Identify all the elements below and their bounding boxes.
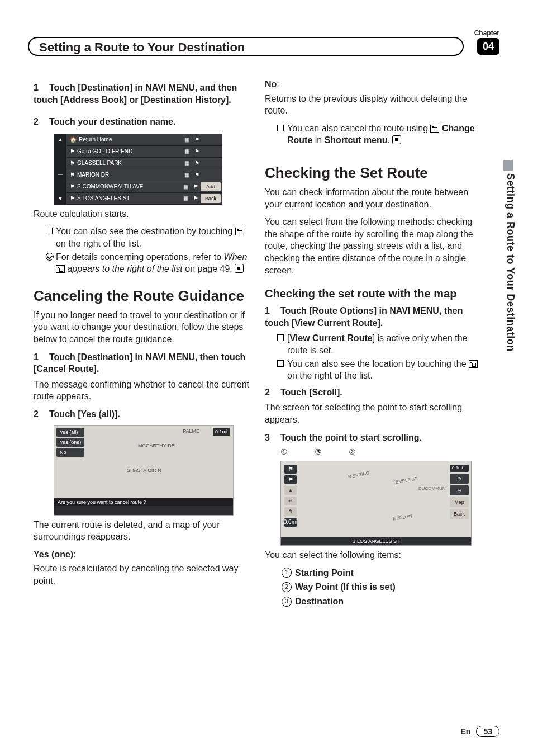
select-items-text: You can select the following items:	[265, 549, 480, 561]
square-bullet-icon	[277, 360, 284, 367]
destination-icon[interactable]: ▲	[284, 486, 297, 495]
cancel-prompt: Are you sure you want to cancel route ?	[54, 498, 233, 506]
map-step-1: 1Touch [Route Options] in NAVI MENU, the…	[265, 305, 480, 329]
page-footer: En 53	[461, 726, 499, 737]
list-item[interactable]: MARION DR	[77, 171, 109, 179]
step-2-text: Touch your destination name.	[49, 117, 175, 126]
list-detail-icon	[56, 265, 65, 273]
current-street: S LOS ANGELES ST	[281, 537, 471, 545]
distance-label: 0.0mi	[284, 518, 297, 527]
scroll-up-icon[interactable]: ▲	[54, 134, 66, 145]
list-item[interactable]: GLASSELL PARK	[77, 159, 122, 167]
list-item[interactable]: S LOS ANGELES ST	[77, 195, 130, 202]
step-1-heading: 1Touch [Destination] in NAVI MENU, and t…	[34, 82, 249, 106]
step-2-heading: 2Touch your destination name.	[34, 116, 249, 128]
cancel-step-2: 2Touch [Yes (all)].	[34, 408, 249, 420]
back-button[interactable]: Back	[450, 509, 469, 519]
map-button[interactable]: Map	[450, 497, 469, 507]
language-label: En	[461, 727, 471, 736]
zoom-out-button[interactable]: ⊖	[450, 485, 469, 495]
cancel-after-text: The current route is deleted, and a map …	[34, 519, 249, 543]
yes-one-button[interactable]: Yes (one)	[56, 438, 84, 447]
turn-icon[interactable]: ↰	[284, 507, 297, 516]
list-detail-icon	[469, 360, 478, 368]
cancel-route-screenshot: Yes (all) Yes (one) No PALME MCCARTHY DR…	[54, 425, 234, 516]
enum-item-2: 2Way Point (If this is set)	[282, 581, 480, 593]
zoom-in-button[interactable]: ⊕	[450, 474, 469, 484]
left-column: 1Touch [Destination] in NAVI MENU, and t…	[34, 78, 249, 608]
address-book-screenshot: ▲🏠Return Home▦⚑ ⚑Go to GO TO FRIEND▦⚑ ⚑G…	[54, 134, 222, 205]
canceling-heading: Canceling the Route Guidance	[34, 286, 249, 306]
enum-item-1: 1Starting Point	[282, 567, 480, 579]
square-bullet-icon	[46, 228, 53, 234]
enum-item-3: 3Destination	[282, 596, 480, 608]
cancel-intro: If you no longer need to travel to your …	[34, 309, 249, 346]
map-step-2: 2Touch [Scroll].	[265, 386, 480, 399]
list-item[interactable]: S COMMONWEALTH AVE	[77, 183, 144, 191]
step-1-text: Touch [Destination] in NAVI MENU, and th…	[34, 83, 237, 105]
route-calc-text: Route calculation starts.	[34, 208, 249, 220]
add-button[interactable]: Add	[201, 182, 221, 191]
check-intro-2: You can select from the following method…	[265, 216, 480, 276]
yes-one-body: Route is recalculated by canceling the s…	[34, 563, 249, 587]
map-step-2-body: The screen for selecting the point to st…	[265, 401, 480, 426]
list-item[interactable]: Go to GO TO FRIEND	[77, 148, 132, 155]
reference-bullet: For details concerning operations, refer…	[46, 251, 249, 275]
check-intro-1: You can check information about the rout…	[265, 186, 480, 210]
yes-one-label: Yes (one):	[34, 549, 249, 561]
no-button[interactable]: No	[56, 448, 84, 457]
note-bullet: You can also cancel the route using Chan…	[277, 122, 480, 147]
side-tab	[503, 160, 513, 171]
list-detail-icon	[235, 228, 244, 235]
scroll-down-icon[interactable]: ▼	[54, 193, 66, 204]
way-point-icon[interactable]: ⚑	[284, 475, 297, 484]
end-section-icon	[235, 264, 244, 273]
note-bullet: [View Current Route] is active only when…	[277, 332, 480, 356]
yes-all-button[interactable]: Yes (all)	[56, 428, 84, 437]
note-bullet: You can also see the destination by touc…	[46, 225, 249, 249]
turn-icon[interactable]: ↵	[284, 497, 297, 505]
cancel-step-1-body: The message confirming whether to cancel…	[34, 379, 249, 403]
square-bullet-icon	[277, 125, 284, 131]
right-column: No: Returns to the previous display with…	[265, 78, 480, 608]
callout-markers: ① ③ ②	[280, 447, 480, 457]
square-bullet-icon	[277, 334, 284, 341]
list-item[interactable]: Return Home	[79, 136, 112, 144]
reference-icon	[46, 253, 54, 261]
page-title: Setting a Route to Your Destination	[28, 37, 464, 56]
no-body: Returns to the previous display without …	[265, 93, 480, 117]
note-bullet: You can also see the location by touchin…	[277, 358, 480, 382]
side-section-title: Setting a Route to Your Destination	[505, 173, 516, 352]
checking-route-heading: Checking the Set Route	[265, 163, 480, 183]
back-button[interactable]: Back	[201, 194, 221, 203]
page-number: 53	[476, 726, 499, 737]
map-step-3: 3Touch the point to start scrolling.	[265, 432, 480, 444]
shortcut-icon	[430, 125, 439, 133]
scroll-map-screenshot: ⚑ ⚑ ▲ ↵ ↰ 0.0mi 0.1mi ⊕ ⊖ Map Back N SPR…	[280, 461, 472, 546]
chapter-number-badge: 04	[477, 38, 499, 55]
start-point-icon[interactable]: ⚑	[284, 465, 297, 474]
end-section-icon	[392, 135, 401, 144]
no-label: No:	[265, 78, 480, 91]
chapter-label: Chapter	[474, 29, 499, 37]
checking-map-heading: Checking the set route with the map	[265, 286, 480, 301]
cancel-step-1: 1Touch [Destination] in NAVI MENU, then …	[34, 351, 249, 375]
